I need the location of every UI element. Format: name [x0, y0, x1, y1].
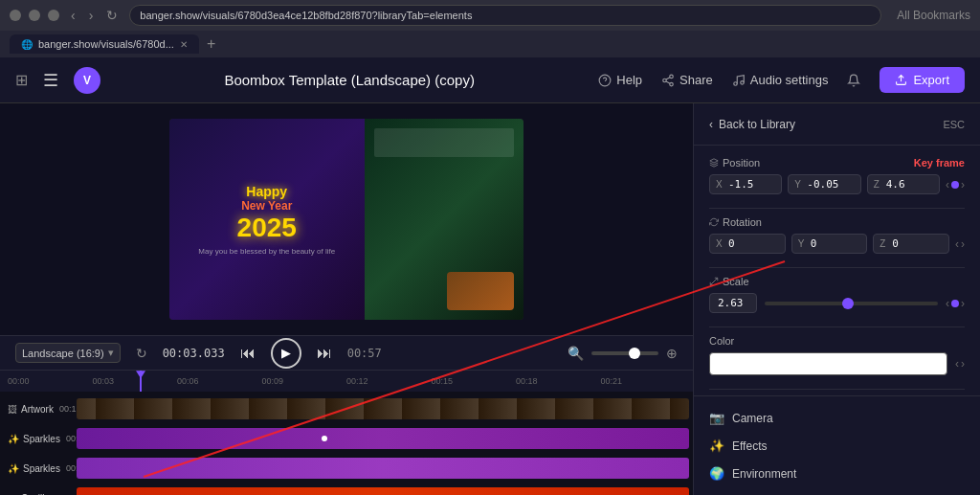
sparkles2-track-icon: ✨ — [8, 463, 19, 474]
rotation-nav-arrows[interactable]: ‹ › — [955, 237, 965, 251]
zoom-controls: 🔍 ⊕ — [568, 346, 678, 361]
hamburger-icon[interactable]: ☰ — [43, 70, 58, 91]
browser-minimize-btn[interactable] — [29, 10, 40, 21]
pos-next-arrow[interactable]: › — [961, 178, 965, 191]
scale-slider-thumb — [842, 298, 854, 309]
rotation-y-field[interactable]: Y 0 — [791, 234, 868, 254]
rot-y-value: 0 — [811, 237, 817, 250]
panel-header: ‹ Back to Library ESC — [694, 103, 980, 146]
skip-back-button[interactable]: ⏮ — [240, 345, 256, 362]
svg-line-6 — [666, 77, 670, 79]
rotation-xyz-row: X 0 Y 0 Z 0 ‹ › — [709, 234, 965, 254]
notifications-icon[interactable] — [847, 74, 860, 87]
sparkles2-track-content[interactable] — [77, 458, 689, 479]
divider-4 — [709, 389, 965, 390]
panel-body: Position Key frame X -1.5 Y -0.05 — [694, 146, 980, 395]
track-label-sparkles1: ✨ Sparkles 00:15 — [0, 434, 77, 444]
boombox-shape — [447, 272, 514, 310]
color-next-arrow[interactable]: › — [961, 357, 965, 371]
rot-x-axis: X — [716, 238, 725, 249]
pos-z-value: 4.6 — [886, 178, 905, 191]
video-happy-text: Happy — [246, 184, 287, 199]
ruler-mark-5: 00:15 — [432, 376, 517, 386]
rotation-x-field[interactable]: X 0 — [709, 234, 786, 254]
position-nav-arrows[interactable]: ‹ › — [946, 178, 965, 191]
grid-icon: ⊞ — [15, 71, 28, 89]
audio-settings-button[interactable]: Audio settings — [732, 73, 829, 87]
forward-nav-btn[interactable]: › — [85, 6, 98, 25]
pos-y-value: -0.05 — [807, 178, 838, 191]
format-selector[interactable]: Landscape (16:9) ▾ — [15, 343, 121, 363]
position-x-field[interactable]: X -1.5 — [709, 174, 782, 194]
video-subtitle-text: May you be blessed by the beauty of life — [198, 247, 335, 256]
zoom-out-icon[interactable]: 🔍 — [568, 346, 584, 361]
effects-item[interactable]: ✨ Effects — [694, 432, 980, 460]
export-button[interactable]: Export — [880, 67, 965, 93]
environment-item[interactable]: 🌍 Environment — [694, 460, 980, 487]
browser-tab[interactable]: 🌐 banger.show/visuals/6780d... ✕ — [10, 34, 199, 54]
pos-prev-arrow[interactable]: ‹ — [946, 178, 949, 191]
track-oscilloscope: 〰 Oscilloscope 00:15 — [0, 484, 693, 495]
bookmarks-label: All Bookmarks — [897, 9, 970, 22]
ruler-mark-2: 00:06 — [177, 376, 262, 386]
svg-point-2 — [670, 75, 674, 79]
ruler-marks: 00:00 00:03 00:06 00:09 00:12 00:15 00:1… — [8, 376, 685, 386]
browser-tabs: 🌐 banger.show/visuals/6780d... ✕ + — [0, 31, 980, 57]
rot-next-arrow[interactable]: › — [961, 237, 965, 251]
ruler-mark-0: 00:00 — [8, 376, 93, 386]
zoom-in-icon[interactable]: ⊕ — [666, 346, 678, 361]
oscilloscope-track-content[interactable] — [77, 487, 689, 495]
artwork-track-content[interactable] — [77, 398, 689, 419]
ruler-mark-1: 00:03 — [93, 376, 178, 386]
panel-footer: 📷 Camera ✨ Effects 🌍 Environment — [694, 395, 980, 495]
svg-point-7 — [734, 81, 738, 85]
scale-section: Scale 2.63 ‹ › — [709, 276, 965, 313]
reload-btn[interactable]: ↻ — [102, 6, 122, 25]
rotate-icon[interactable]: ↻ — [136, 346, 147, 361]
back-to-library-button[interactable]: ‹ Back to Library — [709, 118, 795, 131]
scale-slider[interactable] — [765, 302, 938, 305]
video-year-text: 2025 — [237, 213, 297, 243]
scale-prev-arrow[interactable]: ‹ — [946, 297, 949, 310]
url-bar[interactable]: banger.show/visuals/6780d3ea4ce12b8fbd28… — [129, 5, 881, 26]
nav-actions: Help Share Audio settings Export — [598, 67, 965, 93]
tab-close-btn[interactable]: ✕ — [180, 39, 188, 50]
scale-value: 2.63 — [718, 297, 744, 309]
sparkles1-label: Sparkles — [23, 434, 60, 444]
sparkles1-track-icon: ✨ — [8, 434, 19, 444]
position-y-field[interactable]: Y -0.05 — [788, 174, 860, 194]
browser-maximize-btn[interactable] — [48, 10, 59, 21]
playhead[interactable] — [140, 371, 142, 392]
back-nav-btn[interactable]: ‹ — [67, 6, 79, 25]
sparkles1-track-content[interactable] — [77, 428, 689, 449]
camera-item[interactable]: 📷 Camera — [694, 404, 980, 432]
browser-close-btn[interactable] — [10, 10, 21, 21]
rot-prev-arrow[interactable]: ‹ — [955, 237, 959, 251]
scale-nav-arrows[interactable]: ‹ › — [946, 297, 965, 310]
divider-2 — [709, 267, 965, 268]
scale-next-arrow[interactable]: › — [961, 297, 965, 310]
color-prev-arrow[interactable]: ‹ — [955, 357, 959, 371]
rotation-section: Rotation X 0 Y 0 Z 0 — [709, 216, 965, 254]
share-button[interactable]: Share — [661, 73, 713, 87]
rot-y-axis: Y — [798, 238, 808, 249]
color-nav-arrows[interactable]: ‹ › — [955, 357, 965, 371]
rot-x-value: 0 — [728, 237, 735, 250]
divider-1 — [709, 208, 965, 209]
rotation-z-field[interactable]: Z 0 — [873, 234, 949, 254]
play-button[interactable]: ▶ — [271, 338, 301, 369]
rotation-label: Rotation — [709, 216, 965, 228]
skip-forward-button[interactable]: ⏭ — [317, 345, 332, 362]
scale-value-field[interactable]: 2.63 — [709, 293, 757, 313]
position-z-field[interactable]: Z 4.6 — [867, 174, 940, 194]
zoom-slider[interactable] — [591, 351, 658, 355]
new-tab-btn[interactable]: + — [207, 35, 215, 53]
canvas-area: Happy New Year 2025 May you be blessed b… — [0, 103, 693, 495]
end-time: 00:57 — [347, 347, 382, 360]
position-label: Position Key frame — [709, 157, 965, 169]
back-chevron-icon: ‹ — [709, 118, 713, 131]
scale-keyframe-dot — [951, 300, 959, 307]
video-preview: Happy New Year 2025 May you be blessed b… — [169, 119, 523, 320]
help-button[interactable]: Help — [598, 73, 642, 87]
color-swatch[interactable] — [709, 352, 947, 375]
